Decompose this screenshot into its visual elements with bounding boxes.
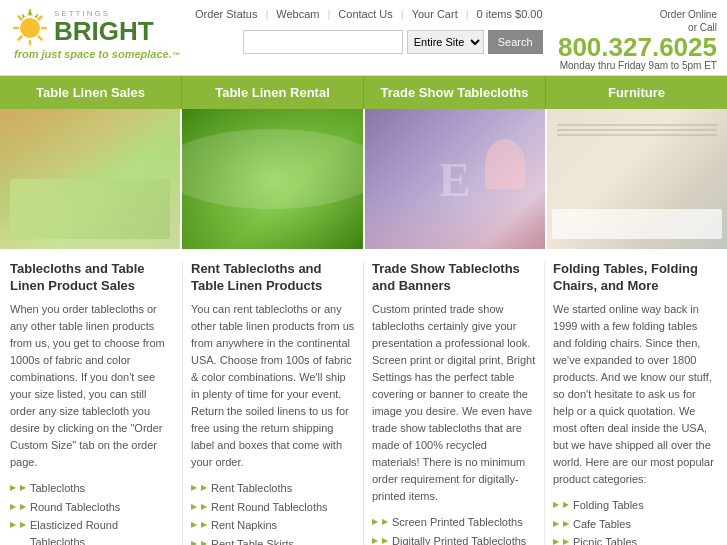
header: SETTINGS BRIGHT from just space to somep… <box>0 0 727 76</box>
search-button[interactable]: Search <box>488 30 543 54</box>
hero-image-2 <box>182 109 362 249</box>
nav-divider-2: | <box>327 8 330 20</box>
top-nav: Order Status | Webcam | Contact Us | You… <box>195 8 543 20</box>
header-center: Order Status | Webcam | Contact Us | You… <box>195 8 543 54</box>
nav-trade-show[interactable]: Trade Show Tablecloths <box>364 76 546 109</box>
list-item[interactable]: ▶Rent Table Skirts <box>191 535 355 545</box>
nav-cart-items[interactable]: 0 items $0.00 <box>477 8 543 20</box>
col-2-list: ▶Rent Tablecloths ▶Rent Round Tablecloth… <box>191 479 355 545</box>
search-input[interactable] <box>243 30 403 54</box>
hero-image-1 <box>0 109 180 249</box>
list-item[interactable]: ▶Cafe Tables <box>553 515 717 534</box>
col-3-list: ▶Screen Printed Tablecloths ▶Digitally P… <box>372 513 536 545</box>
header-top: SETTINGS BRIGHT from just space to somep… <box>10 6 717 71</box>
hero-images-row: E <box>0 109 727 249</box>
col-3-title: Trade Show Tablecloths and Banners <box>372 261 536 295</box>
nav-order-status[interactable]: Order Status <box>195 8 257 20</box>
col-4-title: Folding Tables, Folding Chairs, and More <box>553 261 717 295</box>
column-sales: Tablecloths and Table Linen Product Sale… <box>10 261 183 545</box>
list-item[interactable]: ▶Elasticized Round Tablecloths <box>10 516 174 545</box>
col-3-body: Custom printed trade show tablecloths ce… <box>372 301 536 506</box>
col-4-list: ▶Folding Tables ▶Cafe Tables ▶Picnic Tab… <box>553 496 717 545</box>
col-4-body: We started online way back in 1999 with … <box>553 301 717 489</box>
tagline-highlight: someplace. <box>112 48 172 60</box>
content-area: Tablecloths and Table Linen Product Sale… <box>0 249 727 545</box>
list-item[interactable]: ▶Screen Printed Tablecloths <box>372 513 536 532</box>
svg-line-5 <box>19 17 22 20</box>
svg-line-8 <box>19 37 22 40</box>
phone-label: Order Onlineor Call <box>660 8 717 34</box>
column-furniture: Folding Tables, Folding Chairs, and More… <box>545 261 717 545</box>
list-item[interactable]: ▶Rent Tablecloths <box>191 479 355 498</box>
list-item[interactable]: ▶Digitally Printed Tablecloths <box>372 532 536 545</box>
logo-tagline: from just space to someplace.™ <box>14 48 180 60</box>
nav-your-cart[interactable]: Your Cart <box>412 8 458 20</box>
col-1-title: Tablecloths and Table Linen Product Sale… <box>10 261 174 295</box>
col-2-body: You can rent tablecloths or any other ta… <box>191 301 355 471</box>
nav-table-linen-sales[interactable]: Table Linen Sales <box>0 76 182 109</box>
logo-sun-icon <box>10 6 50 46</box>
svg-marker-10 <box>22 13 27 19</box>
col-1-body: When you order tablecloths or any other … <box>10 301 174 471</box>
list-item[interactable]: ▶Rent Round Tablecloths <box>191 498 355 517</box>
svg-point-0 <box>20 18 40 38</box>
column-tradeshow: Trade Show Tablecloths and Banners Custo… <box>364 261 545 545</box>
logo-bright-label: BRIGHT <box>54 18 154 44</box>
logo-text: SETTINGS BRIGHT <box>54 9 154 44</box>
col-2-title: Rent Tablecloths and Table Linen Product… <box>191 261 355 295</box>
column-rental: Rent Tablecloths and Table Linen Product… <box>183 261 364 545</box>
list-item[interactable]: ▶Folding Tables <box>553 496 717 515</box>
phone-number: 800.327.6025 <box>558 34 717 60</box>
search-scope-select[interactable]: Entire Site <box>407 30 484 54</box>
logo-area: SETTINGS BRIGHT from just space to somep… <box>10 6 180 60</box>
nav-furniture[interactable]: Furniture <box>546 76 727 109</box>
nav-table-linen-rental[interactable]: Table Linen Rental <box>182 76 364 109</box>
logo-main: SETTINGS BRIGHT <box>10 6 180 46</box>
svg-line-6 <box>39 37 42 40</box>
phone-area: Order Onlineor Call 800.327.6025 Monday … <box>558 8 717 71</box>
svg-marker-11 <box>33 13 38 19</box>
svg-line-7 <box>39 17 42 20</box>
col-1-list: ▶Tablecloths ▶Round Tablecloths ▶Elastic… <box>10 479 174 545</box>
nav-divider-3: | <box>401 8 404 20</box>
hero-image-4 <box>547 109 727 249</box>
list-item[interactable]: ▶Round Tablecloths <box>10 498 174 517</box>
list-item[interactable]: ▶Rent Napkins <box>191 516 355 535</box>
list-item[interactable]: ▶Picnic Tables <box>553 533 717 545</box>
list-item[interactable]: ▶Tablecloths <box>10 479 174 498</box>
phone-hours: Monday thru Friday 9am to 5pm ET <box>560 60 717 71</box>
tagline-pre: from just space to <box>14 48 112 60</box>
nav-contact-us[interactable]: Contact Us <box>338 8 392 20</box>
search-bar: Entire Site Search <box>243 30 543 54</box>
nav-divider-4: | <box>466 8 469 20</box>
hero-image-3: E <box>365 109 545 249</box>
nav-webcam[interactable]: Webcam <box>276 8 319 20</box>
nav-bar: Table Linen Sales Table Linen Rental Tra… <box>0 76 727 109</box>
tagline-tm: ™ <box>172 51 180 60</box>
nav-divider-1: | <box>265 8 268 20</box>
